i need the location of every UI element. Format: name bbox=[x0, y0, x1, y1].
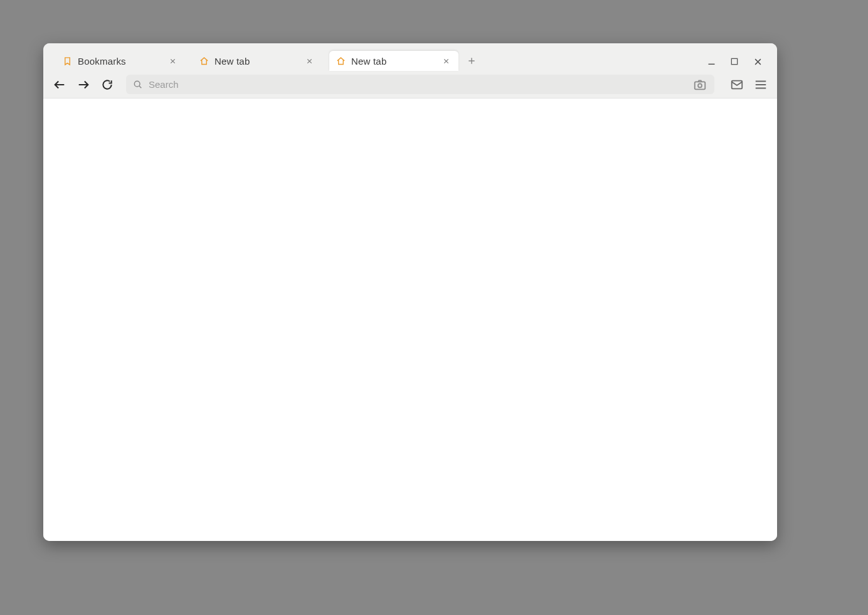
tab-label: New tab bbox=[214, 56, 303, 67]
window-controls bbox=[704, 55, 771, 71]
bookmark-icon bbox=[62, 56, 72, 66]
minimize-button[interactable] bbox=[704, 55, 718, 68]
svg-rect-2 bbox=[695, 82, 706, 89]
browser-chrome: Bookmarks New tab bbox=[43, 43, 777, 99]
reload-button[interactable] bbox=[100, 77, 115, 92]
home-icon bbox=[199, 56, 209, 66]
tab-bookmarks[interactable]: Bookmarks bbox=[56, 51, 185, 71]
tab-new-2[interactable]: New tab bbox=[329, 51, 458, 71]
close-window-button[interactable] bbox=[751, 55, 765, 68]
tab-close-button[interactable] bbox=[166, 55, 179, 67]
tab-new-1[interactable]: New tab bbox=[193, 51, 322, 71]
home-icon bbox=[336, 56, 346, 66]
search-icon bbox=[132, 79, 144, 90]
tab-strip: Bookmarks New tab bbox=[43, 43, 777, 71]
back-button[interactable] bbox=[52, 77, 67, 92]
page-content bbox=[43, 99, 777, 541]
svg-rect-0 bbox=[731, 58, 737, 64]
right-tools bbox=[729, 77, 768, 92]
browser-window: Bookmarks New tab bbox=[43, 43, 777, 541]
new-tab-button[interactable] bbox=[463, 53, 480, 69]
address-bar[interactable] bbox=[126, 75, 714, 94]
search-input[interactable] bbox=[147, 78, 692, 90]
tab-label: New tab bbox=[351, 56, 440, 67]
forward-button[interactable] bbox=[76, 77, 91, 92]
mail-icon[interactable] bbox=[729, 77, 744, 92]
toolbar bbox=[43, 71, 777, 98]
tab-close-button[interactable] bbox=[303, 55, 315, 67]
camera-icon[interactable] bbox=[692, 77, 708, 93]
maximize-button[interactable] bbox=[728, 55, 741, 68]
menu-button[interactable] bbox=[753, 77, 768, 92]
tab-label: Bookmarks bbox=[78, 56, 166, 67]
svg-point-1 bbox=[134, 81, 140, 87]
svg-point-3 bbox=[698, 83, 702, 87]
tab-close-button[interactable] bbox=[440, 55, 452, 67]
